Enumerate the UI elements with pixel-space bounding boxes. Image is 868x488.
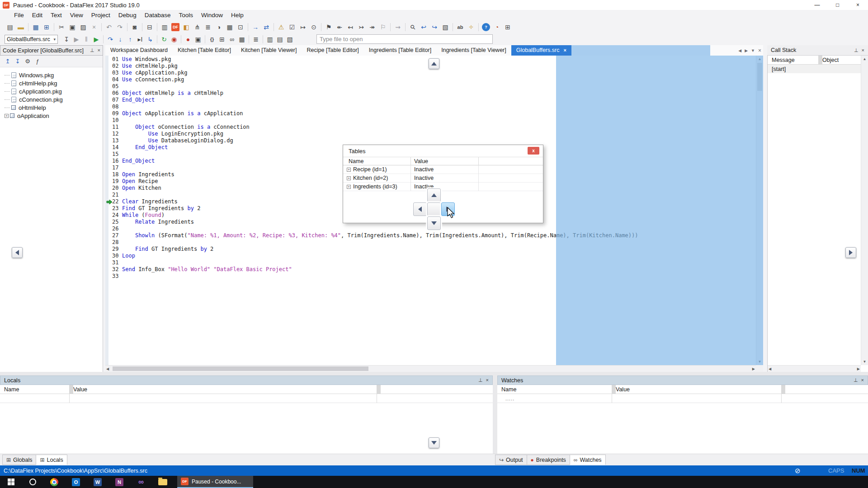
- file-combo[interactable]: GlobalBuffers.src ▾: [5, 35, 58, 44]
- taskbar-explorer[interactable]: [152, 476, 174, 488]
- table-row-recipe-id-1[interactable]: +Recipe (id=1)Inactive: [343, 165, 543, 174]
- scroll-right-icon[interactable]: ▶: [752, 366, 755, 372]
- close-icon[interactable]: ×: [758, 47, 761, 54]
- copy-icon[interactable]: ▣: [67, 22, 78, 32]
- run-icon[interactable]: ▶: [71, 34, 81, 44]
- minimize-button[interactable]: —: [807, 0, 827, 10]
- dock-right-guide[interactable]: [845, 247, 856, 258]
- print-icon[interactable]: ⊟: [144, 22, 155, 32]
- dock-cross-center[interactable]: [427, 202, 441, 216]
- call-stack-horizontal-scrollbar[interactable]: ◀ ▶: [768, 365, 861, 372]
- call-stack-vertical-scrollbar[interactable]: ▲ ▼: [861, 56, 868, 365]
- menu-window[interactable]: Window: [197, 10, 227, 21]
- prev-bookmark-icon[interactable]: ↤: [345, 22, 356, 32]
- table-lookup-icon[interactable]: ▦: [224, 22, 235, 32]
- breakpoints-window-icon[interactable]: ▣: [193, 34, 203, 44]
- new-file-icon[interactable]: ▤: [5, 22, 15, 32]
- call-stack-columns[interactable]: Message Object: [768, 56, 868, 65]
- pin-icon[interactable]: ⊥: [854, 377, 858, 383]
- tab-kitchen-table-viewer[interactable]: Kitchen [Table Viewer]: [236, 45, 302, 56]
- dock-cross-left[interactable]: [413, 202, 427, 216]
- tab-output[interactable]: ↪Output: [495, 455, 527, 465]
- taskbar-active-task[interactable]: DF Paused - Cookboo...: [177, 476, 253, 488]
- scroll-down-icon[interactable]: ▼: [861, 358, 868, 365]
- new-window-icon[interactable]: ⊡: [235, 22, 246, 32]
- scroll-left-icon[interactable]: ◀: [769, 366, 771, 372]
- delete-icon[interactable]: ×: [89, 22, 99, 32]
- tab-kitchen-table-editor[interactable]: Kitchen [Table Editor]: [173, 45, 236, 56]
- goto-definition-icon[interactable]: →: [250, 22, 261, 32]
- tab-watches[interactable]: ∞Watches: [570, 455, 606, 465]
- taskbar-word[interactable]: W: [87, 476, 108, 488]
- find-in-files-icon[interactable]: ▧: [440, 22, 451, 32]
- locals-empty-row[interactable]: [0, 394, 493, 403]
- pin-icon[interactable]: ⊥: [90, 47, 94, 53]
- tab-globals[interactable]: ⊞Globals: [2, 455, 36, 465]
- sync-files-icon[interactable]: ⇄: [261, 22, 272, 32]
- bottom-panel-splitter[interactable]: [493, 375, 497, 454]
- close-icon[interactable]: ×: [98, 47, 100, 53]
- column-divider[interactable]: [478, 157, 479, 166]
- close-icon[interactable]: ×: [563, 45, 566, 56]
- close-icon[interactable]: ×: [486, 377, 489, 383]
- taskbar-outlook[interactable]: O: [65, 476, 87, 488]
- step-over-icon[interactable]: ↷: [105, 34, 115, 44]
- table-row-kitchen-id-2[interactable]: +Kitchen (id=2)Inactive: [343, 174, 543, 183]
- dataflex-studio-icon[interactable]: DF: [171, 23, 179, 31]
- taskbar-onenote[interactable]: N: [108, 476, 130, 488]
- maximize-button[interactable]: □: [827, 0, 848, 10]
- preview-icon[interactable]: ⊙: [308, 22, 319, 32]
- close-button[interactable]: ×: [848, 0, 868, 10]
- tab-globalbuffers-src[interactable]: GlobalBuffers.src×: [511, 45, 571, 56]
- tree-item-windows-pkg[interactable]: Windows.pkg: [0, 71, 103, 79]
- next-bookmark-file-icon[interactable]: ↠: [367, 22, 377, 32]
- tab-recipe-table-editor[interactable]: Recipe [Table Editor]: [302, 45, 364, 56]
- profiler-icon[interactable]: ◔: [491, 22, 502, 32]
- globals-window-icon[interactable]: ⊞: [217, 34, 227, 44]
- encryption-key-icon[interactable]: ✧: [466, 22, 476, 32]
- workspace-icon[interactable]: ◧: [181, 22, 192, 32]
- tab-ingredients-table-editor[interactable]: Ingredients [Table Editor]: [364, 45, 436, 56]
- rename-icon[interactable]: ab: [455, 22, 466, 32]
- move-up-icon[interactable]: ↥: [3, 56, 13, 66]
- prev-bookmark-file-icon[interactable]: ↞: [334, 22, 345, 32]
- expander-icon[interactable]: +: [347, 185, 351, 189]
- scroll-left-icon[interactable]: ◀: [106, 366, 109, 372]
- menu-view[interactable]: View: [66, 10, 87, 21]
- tab-list-icon[interactable]: ▼: [751, 48, 755, 53]
- scroll-right-icon[interactable]: ▶: [857, 366, 860, 372]
- tables-dialog-columns[interactable]: Name Value: [343, 157, 543, 165]
- column-value[interactable]: Value: [410, 158, 428, 164]
- record-macro-icon[interactable]: ◙: [129, 22, 140, 32]
- dock-left-guide[interactable]: [12, 247, 23, 258]
- column-name[interactable]: Name: [343, 158, 410, 164]
- toggle-breakpoint-icon[interactable]: ●: [183, 34, 193, 44]
- expander-icon[interactable]: +: [5, 114, 9, 118]
- debug-step-icon[interactable]: ▶: [91, 34, 101, 44]
- call-stack-row[interactable]: [start]: [768, 65, 868, 73]
- run-to-cursor-icon[interactable]: ▸I: [135, 34, 145, 44]
- expander-icon[interactable]: +: [347, 168, 351, 172]
- menu-text[interactable]: Text: [47, 10, 66, 21]
- database-builder-icon[interactable]: ▤: [275, 34, 285, 44]
- tree-item-cconnection-pkg[interactable]: cConnection.pkg: [0, 95, 103, 103]
- close-icon[interactable]: ×: [862, 47, 864, 53]
- column-name[interactable]: Name: [497, 386, 612, 393]
- menu-project[interactable]: Project: [87, 10, 114, 21]
- tab-locals[interactable]: ⊞Locals: [36, 455, 67, 465]
- taskbar-chrome[interactable]: [43, 476, 65, 488]
- step-into-icon[interactable]: ↓: [115, 34, 125, 44]
- tree-item-capplication-pkg[interactable]: cApplication.pkg: [0, 87, 103, 95]
- menu-file[interactable]: File: [10, 10, 28, 21]
- tables-dialog-close-button[interactable]: x: [528, 147, 539, 155]
- save-icon[interactable]: ▦: [30, 22, 41, 32]
- menu-help[interactable]: Help: [227, 10, 248, 21]
- open-file-icon[interactable]: ▬: [15, 22, 26, 32]
- compiler-warnings-icon[interactable]: ⚠: [276, 22, 287, 32]
- locals-columns[interactable]: Name Value: [0, 385, 493, 394]
- next-bookmark-icon[interactable]: ↣: [356, 22, 367, 32]
- code-list-icon[interactable]: ≣: [203, 22, 213, 32]
- tree-item-oapplication[interactable]: +oApplication: [0, 112, 103, 120]
- copy-special-icon[interactable]: ▥: [159, 22, 170, 32]
- menu-tools[interactable]: Tools: [175, 10, 197, 21]
